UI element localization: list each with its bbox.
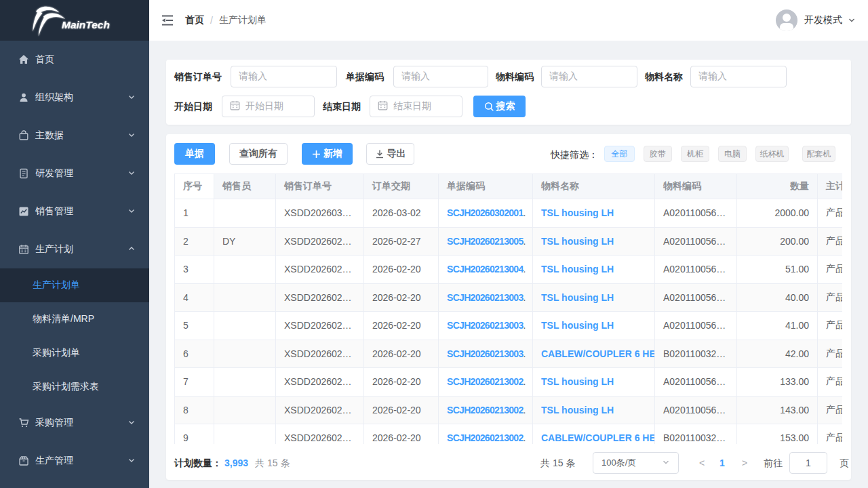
svg-text:MainTech: MainTech bbox=[62, 19, 110, 30]
